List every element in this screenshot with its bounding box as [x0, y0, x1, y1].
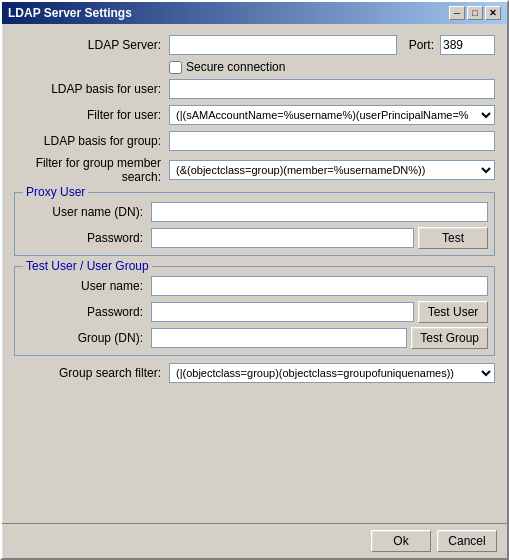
maximize-button[interactable]: □	[467, 6, 483, 20]
filter-user-row: Filter for user: (|(sAMAccountName=%user…	[14, 104, 495, 126]
test-section-content: User name: Password: Test User Group (DN…	[21, 275, 488, 349]
proxy-password-group: Test	[151, 227, 488, 249]
ldap-server-label: LDAP Server:	[14, 38, 169, 52]
ok-button[interactable]: Ok	[371, 530, 431, 552]
secure-connection-label: Secure connection	[186, 60, 285, 74]
proxy-user-title: Proxy User	[23, 185, 88, 199]
test-group-button[interactable]: Test Group	[411, 327, 488, 349]
cancel-button[interactable]: Cancel	[437, 530, 497, 552]
test-password-label: Password:	[21, 305, 151, 319]
title-bar: LDAP Server Settings ─ □ ✕	[2, 2, 507, 24]
main-content: LDAP Server: Port: Secure connection LDA…	[2, 24, 507, 523]
server-input-group: Port:	[169, 35, 495, 55]
ldap-basis-group-input[interactable]	[169, 131, 495, 151]
bottom-bar: Ok Cancel	[2, 523, 507, 558]
ldap-server-input[interactable]	[169, 35, 397, 55]
window-title: LDAP Server Settings	[8, 6, 132, 20]
ldap-server-row: LDAP Server: Port:	[14, 34, 495, 56]
test-group-group: Test Group	[151, 327, 488, 349]
port-input[interactable]	[440, 35, 495, 55]
close-button[interactable]: ✕	[485, 6, 501, 20]
test-button[interactable]: Test	[418, 227, 488, 249]
ldap-basis-group-label: LDAP basis for group:	[14, 134, 169, 148]
filter-group-label: Filter for group member search:	[14, 156, 169, 184]
minimize-button[interactable]: ─	[449, 6, 465, 20]
proxy-username-input[interactable]	[151, 202, 488, 222]
test-password-input[interactable]	[151, 302, 414, 322]
test-username-label: User name:	[21, 279, 151, 293]
proxy-username-row: User name (DN):	[21, 201, 488, 223]
group-search-row: Group search filter: (|(objectclass=grou…	[14, 362, 495, 384]
proxy-user-content: User name (DN): Password: Test	[21, 201, 488, 249]
ldap-basis-user-row: LDAP basis for user:	[14, 78, 495, 100]
ldap-settings-window: LDAP Server Settings ─ □ ✕ LDAP Server: …	[0, 0, 509, 560]
ldap-basis-user-input[interactable]	[169, 79, 495, 99]
test-group-label: Group (DN):	[21, 331, 151, 345]
proxy-user-section: Proxy User User name (DN): Password: Tes…	[14, 192, 495, 256]
test-password-row: Password: Test User	[21, 301, 488, 323]
test-section-title: Test User / User Group	[23, 259, 152, 273]
filter-user-label: Filter for user:	[14, 108, 169, 122]
filter-group-select[interactable]: (&(objectclass=group)(member=%usernameDN…	[169, 160, 495, 180]
ldap-basis-user-label: LDAP basis for user:	[14, 82, 169, 96]
group-search-label: Group search filter:	[14, 366, 169, 380]
test-section: Test User / User Group User name: Passwo…	[14, 266, 495, 356]
filter-user-select[interactable]: (|(sAMAccountName=%username%)(userPrinci…	[169, 105, 495, 125]
group-search-select[interactable]: (|(objectclass=group)(objectclass=groupo…	[169, 363, 495, 383]
filter-group-row: Filter for group member search: (&(objec…	[14, 156, 495, 184]
secure-connection-checkbox[interactable]	[169, 61, 182, 74]
proxy-password-input[interactable]	[151, 228, 414, 248]
proxy-password-label: Password:	[21, 231, 151, 245]
test-group-row: Group (DN): Test Group	[21, 327, 488, 349]
ldap-basis-group-row: LDAP basis for group:	[14, 130, 495, 152]
test-username-row: User name:	[21, 275, 488, 297]
secure-connection-row: Secure connection	[14, 60, 495, 74]
test-group-input[interactable]	[151, 328, 407, 348]
test-user-button[interactable]: Test User	[418, 301, 488, 323]
title-bar-controls: ─ □ ✕	[449, 6, 501, 20]
test-password-group: Test User	[151, 301, 488, 323]
proxy-password-row: Password: Test	[21, 227, 488, 249]
test-username-input[interactable]	[151, 276, 488, 296]
proxy-username-label: User name (DN):	[21, 205, 151, 219]
port-label: Port:	[409, 38, 434, 52]
